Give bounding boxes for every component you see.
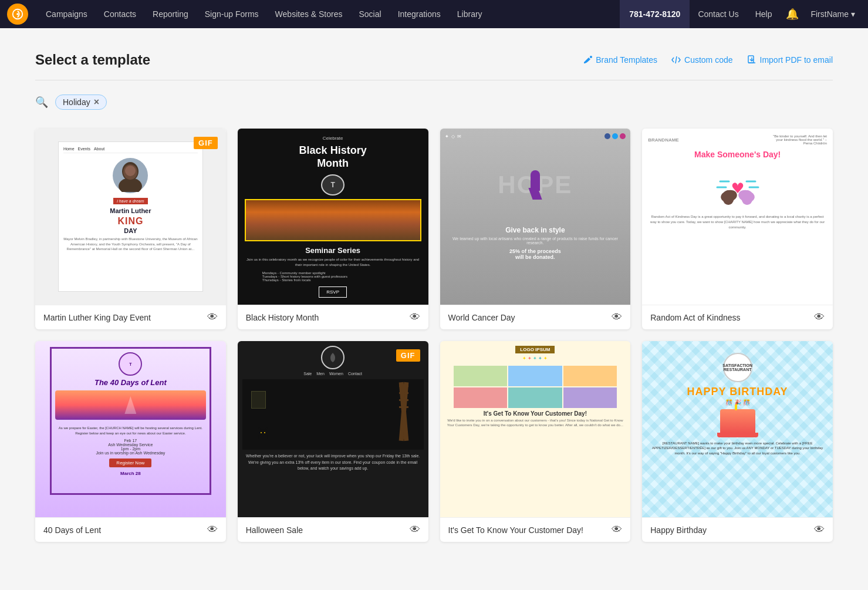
template-card-kindness[interactable]: BRANDNAME "Be kinder to yourself. And th… — [642, 129, 833, 329]
notification-bell[interactable]: 🔔 — [780, 0, 805, 28]
template-card-bhm[interactable]: Celebrate Black HistoryMonth T Seminar S… — [238, 129, 428, 329]
logo[interactable] — [7, 4, 28, 25]
nav-library[interactable]: Library — [449, 0, 491, 28]
filter-tag-close-button[interactable]: × — [94, 97, 99, 107]
preview-button-bhm[interactable]: 👁 — [410, 311, 420, 323]
preview-button-customer[interactable]: 👁 — [612, 524, 622, 536]
custom-code-link[interactable]: Custom code — [671, 55, 732, 65]
phone-number: 781-472-8120 — [620, 0, 690, 28]
nav-signup-forms[interactable]: Sign-up Forms — [197, 0, 267, 28]
divider — [35, 80, 833, 80]
svg-point-2 — [590, 56, 592, 58]
template-footer-customer: It's Get To Know Your Customer Day! 👁 — [440, 517, 631, 542]
brush-icon — [583, 55, 592, 65]
svg-point-1 — [16, 13, 19, 15]
preview-button-kindness[interactable]: 👁 — [814, 311, 825, 323]
preview-button-birthday[interactable]: 👁 — [814, 524, 825, 536]
nav-campaigns[interactable]: Campaigns — [38, 0, 96, 28]
gif-badge-mlk: GIF — [194, 137, 218, 149]
template-grid: HomeEventsAbout i have a dream Martin L — [35, 129, 833, 542]
help-link[interactable]: Help — [747, 0, 781, 28]
template-card-mlk[interactable]: HomeEventsAbout i have a dream Martin L — [35, 129, 226, 329]
template-name-lent: 40 Days of Lent — [43, 525, 101, 535]
svg-point-23 — [261, 432, 262, 433]
import-pdf-label: Import PDF to email — [760, 55, 833, 65]
template-card-customer[interactable]: LOGO IPSUM ✦ ✦ ✦ ✦ ✦ — [440, 341, 631, 542]
svg-point-24 — [264, 432, 265, 433]
template-thumb-birthday: SATISFACTIONRESTAURANT HAPPY BIRTHDAY 🎊 … — [642, 341, 833, 517]
nav-social[interactable]: Social — [351, 0, 390, 28]
template-name-mlk: Martin Luther King Day Event — [43, 313, 151, 322]
template-thumb-mlk: HomeEventsAbout i have a dream Martin L — [35, 129, 226, 305]
template-footer-cancer: World Cancer Day 👁 — [440, 305, 631, 329]
template-name-cancer: World Cancer Day — [448, 313, 515, 322]
page-header: Select a template Brand Templates Custom… — [35, 52, 833, 68]
contact-us-link[interactable]: Contact Us — [690, 0, 747, 28]
holiday-filter-tag: Holiday × — [55, 95, 107, 110]
gif-badge-halloween: GIF — [396, 349, 420, 362]
brand-templates-link[interactable]: Brand Templates — [583, 55, 657, 65]
code-icon — [671, 55, 681, 65]
import-pdf-link[interactable]: Import PDF to email — [747, 55, 833, 65]
template-footer-birthday: Happy Birthday 👁 — [642, 517, 833, 542]
preview-button-mlk[interactable]: 👁 — [207, 311, 218, 323]
nav-contacts[interactable]: Contacts — [96, 0, 144, 28]
template-footer-bhm: Black History Month 👁 — [238, 305, 428, 329]
kindness-illustration — [708, 164, 767, 211]
template-thumb-cancer: ✦◇✉ HOPE — [440, 129, 631, 305]
user-name: FirstName — [810, 9, 849, 19]
svg-point-20 — [259, 429, 267, 436]
nav-links: Campaigns Contacts Reporting Sign-up For… — [38, 0, 620, 28]
template-thumb-kindness: BRANDNAME "Be kinder to yourself. And th… — [642, 129, 833, 305]
template-card-lent[interactable]: T The 40 Days of Lent As we prepare for … — [35, 341, 226, 542]
template-footer-mlk: Martin Luther King Day Event 👁 — [35, 305, 226, 329]
template-name-customer: It's Get To Know Your Customer Day! — [448, 525, 583, 535]
template-name-kindness: Random Act of Kindness — [650, 313, 740, 322]
navigation: Campaigns Contacts Reporting Sign-up For… — [0, 0, 868, 28]
pdf-icon — [747, 55, 756, 65]
nav-reporting[interactable]: Reporting — [144, 0, 197, 28]
custom-code-label: Custom code — [684, 55, 732, 65]
nav-right: 781-472-8120 Contact Us Help 🔔 FirstName… — [620, 0, 861, 28]
svg-point-10 — [125, 166, 136, 176]
svg-rect-16 — [723, 190, 734, 205]
template-footer-halloween: Halloween Sale 👁 — [238, 517, 428, 542]
filter-tag-label: Holiday — [63, 97, 90, 107]
main-content: Select a template Brand Templates Custom… — [0, 28, 868, 565]
template-thumb-customer: LOGO IPSUM ✦ ✦ ✦ ✦ ✦ — [440, 341, 631, 517]
preview-button-lent[interactable]: 👁 — [207, 524, 218, 536]
template-name-halloween: Halloween Sale — [246, 525, 303, 535]
preview-button-cancer[interactable]: 👁 — [612, 311, 622, 323]
svg-point-8 — [119, 178, 142, 192]
template-footer-lent: 40 Days of Lent 👁 — [35, 517, 226, 542]
preview-button-halloween[interactable]: 👁 — [410, 524, 420, 536]
svg-rect-18 — [742, 190, 752, 205]
template-footer-kindness: Random Act of Kindness 👁 — [642, 305, 833, 329]
svg-line-3 — [676, 56, 677, 63]
template-thumb-lent: T The 40 Days of Lent As we prepare for … — [35, 341, 226, 517]
template-name-birthday: Happy Birthday — [650, 525, 707, 535]
nav-integrations[interactable]: Integrations — [390, 0, 449, 28]
svg-rect-4 — [748, 56, 754, 63]
page-title: Select a template — [35, 52, 150, 68]
user-menu[interactable]: FirstName ▾ — [805, 0, 861, 28]
template-name-bhm: Black History Month — [246, 313, 319, 322]
template-thumb-bhm: Celebrate Black HistoryMonth T Seminar S… — [238, 129, 428, 305]
chevron-down-icon: ▾ — [851, 9, 855, 19]
brand-templates-label: Brand Templates — [596, 55, 657, 65]
search-bar: 🔍 Holiday × — [35, 95, 833, 110]
template-card-cancer[interactable]: ✦◇✉ HOPE — [440, 129, 631, 329]
header-actions: Brand Templates Custom code Import PDF t… — [583, 55, 833, 65]
nav-websites-stores[interactable]: Websites & Stores — [267, 0, 351, 28]
template-card-halloween[interactable]: SaleMenWomenContact — [238, 341, 428, 542]
search-icon: 🔍 — [35, 96, 48, 109]
template-card-birthday[interactable]: SATISFACTIONRESTAURANT HAPPY BIRTHDAY 🎊 … — [642, 341, 833, 542]
template-thumb-halloween: SaleMenWomenContact — [238, 341, 428, 517]
